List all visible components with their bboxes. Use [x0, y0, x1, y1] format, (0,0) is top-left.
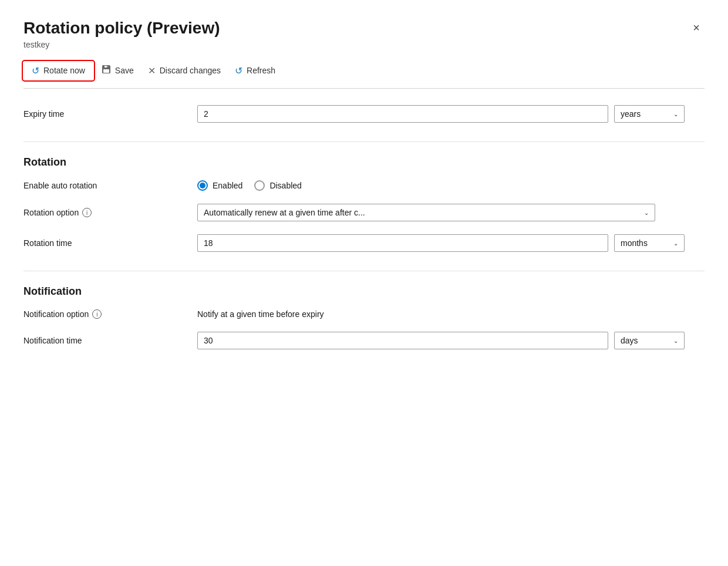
notification-time-unit-chevron-icon: ⌄ — [673, 338, 678, 344]
expiry-unit-label: years — [621, 109, 641, 119]
notification-time-unit-label: days — [621, 336, 638, 345]
page-subtitle: testkey — [23, 40, 705, 49]
notification-option-value: Notify at a given time before expiry — [197, 309, 324, 319]
rotation-option-info-icon: i — [82, 208, 92, 217]
save-button[interactable]: Save — [96, 61, 140, 80]
discard-label: Discard changes — [160, 66, 221, 75]
rotation-option-value: Automatically renew at a given time afte… — [204, 208, 365, 217]
auto-rotation-controls: Enabled Disabled — [197, 180, 705, 191]
notification-heading: Notification — [23, 285, 705, 298]
rotation-time-controls: months ⌄ — [197, 234, 705, 252]
enabled-radio-label: Enabled — [213, 181, 242, 190]
rotation-time-input[interactable] — [197, 234, 608, 252]
expiry-unit-select[interactable]: years ⌄ — [614, 105, 685, 123]
auto-rotation-radio-group: Enabled Disabled — [197, 180, 302, 191]
rotate-now-label: Rotate now — [43, 66, 85, 75]
rotation-time-unit-label: months — [621, 238, 648, 248]
refresh-label: Refresh — [247, 66, 275, 75]
notification-time-controls: days ⌄ — [197, 332, 705, 349]
refresh-icon: ↺ — [235, 65, 242, 76]
disabled-radio-label: Disabled — [269, 181, 301, 190]
enabled-radio-option[interactable]: Enabled — [197, 180, 242, 191]
rotation-option-select[interactable]: Automatically renew at a given time afte… — [197, 204, 655, 221]
rotation-option-row: Rotation option i Automatically renew at… — [23, 204, 705, 221]
title-group: Rotation policy (Preview) — [23, 19, 220, 38]
auto-rotation-label: Enable auto rotation — [23, 181, 188, 190]
expiry-time-label: Expiry time — [23, 109, 188, 119]
rotation-heading: Rotation — [23, 156, 705, 169]
rotation-option-controls: Automatically renew at a given time afte… — [197, 204, 705, 221]
expiry-time-input[interactable] — [197, 105, 608, 123]
expiry-unit-chevron-icon: ⌄ — [673, 111, 678, 117]
notification-time-row: Notification time days ⌄ — [23, 332, 705, 349]
discard-icon: ✕ — [148, 65, 156, 76]
rotation-time-label: Rotation time — [23, 238, 188, 248]
rotation-option-label: Rotation option i — [23, 208, 188, 217]
rotate-now-button[interactable]: ↺ Rotate now — [23, 62, 93, 80]
rotate-now-icon: ↺ — [32, 65, 39, 76]
notification-option-controls: Notify at a given time before expiry — [197, 309, 705, 319]
close-button[interactable]: × — [688, 19, 705, 37]
expiry-section: Expiry time years ⌄ — [23, 105, 705, 123]
notification-time-unit-select[interactable]: days ⌄ — [614, 332, 685, 349]
expiry-time-row: Expiry time years ⌄ — [23, 105, 705, 123]
rotation-time-row: Rotation time months ⌄ — [23, 234, 705, 252]
expiry-time-controls: years ⌄ — [197, 105, 705, 123]
refresh-button[interactable]: ↺ Refresh — [229, 62, 281, 80]
save-label: Save — [115, 66, 134, 75]
rotation-time-unit-select[interactable]: months ⌄ — [614, 234, 685, 252]
discard-changes-button[interactable]: ✕ Discard changes — [142, 62, 227, 80]
notification-time-input[interactable] — [197, 332, 608, 349]
page-header: Rotation policy (Preview) × — [23, 19, 705, 38]
rotation-time-unit-chevron-icon: ⌄ — [673, 240, 678, 247]
notification-option-label: Notification option i — [23, 309, 188, 319]
save-icon — [102, 65, 111, 76]
auto-rotation-row: Enable auto rotation Enabled Disabled — [23, 180, 705, 191]
disabled-radio-button[interactable] — [254, 180, 265, 191]
notification-section: Notification Notification option i Notif… — [23, 271, 705, 349]
enabled-radio-button[interactable] — [197, 180, 208, 191]
toolbar: ↺ Rotate now Save ✕ Discard changes ↺ Re… — [23, 61, 705, 89]
rotation-option-chevron-icon: ⌄ — [644, 210, 649, 216]
notification-option-info-icon: i — [92, 309, 102, 319]
enabled-radio-inner — [200, 183, 205, 188]
notification-option-row: Notification option i Notify at a given … — [23, 309, 705, 319]
notification-time-label: Notification time — [23, 336, 188, 345]
rotation-section: Rotation Enable auto rotation Enabled Di… — [23, 142, 705, 252]
disabled-radio-option[interactable]: Disabled — [254, 180, 301, 191]
page-title: Rotation policy (Preview) — [23, 19, 220, 38]
